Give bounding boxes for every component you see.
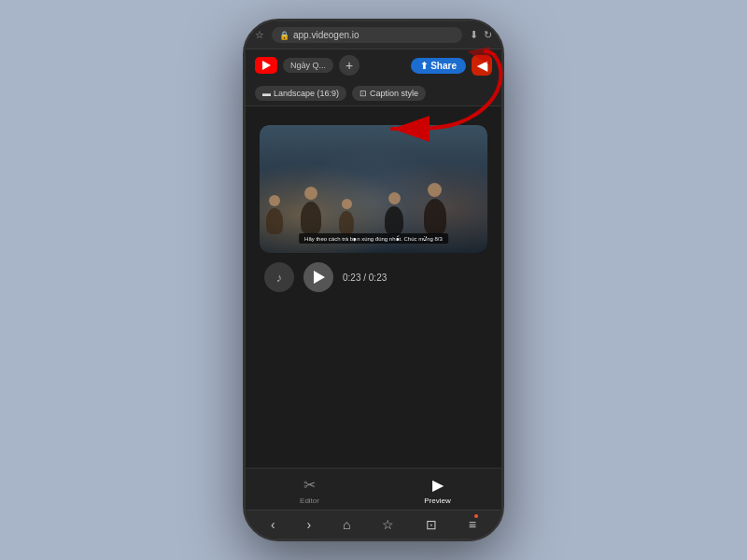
landscape-button[interactable]: ▬ Landscape (16:9) bbox=[255, 86, 346, 101]
person-3 bbox=[339, 199, 354, 234]
video-player[interactable]: Hãy theo cách trà bạn xúng đúng nhất. Ch… bbox=[260, 125, 487, 253]
videogen-logo bbox=[255, 57, 277, 74]
play-icon bbox=[314, 271, 325, 284]
tab-preview[interactable]: ▶ Preview bbox=[374, 476, 501, 505]
landscape-icon: ▬ bbox=[262, 89, 271, 98]
share-button[interactable]: ⬆ Share bbox=[411, 58, 466, 74]
browser-nav-bar: ‹ › ⌂ ☆ ⊡ ≡ bbox=[246, 510, 501, 539]
person-2 bbox=[301, 187, 321, 234]
phone-frame: ☆ 🔒 app.videogen.io ⬇ ↻ Ngày Q... + bbox=[243, 19, 504, 541]
star-icon[interactable]: ☆ bbox=[255, 29, 264, 41]
main-content: Hãy theo cách trà bạn xúng đúng nhất. Ch… bbox=[246, 106, 501, 468]
url-bar[interactable]: 🔒 app.videogen.io bbox=[272, 27, 462, 43]
play-button[interactable] bbox=[303, 262, 333, 292]
time-display: 0:23 / 0:23 bbox=[343, 273, 387, 283]
nav-home-icon[interactable]: ⌂ bbox=[343, 517, 350, 532]
caption-icon: ⊡ bbox=[359, 89, 367, 98]
share-label: Share bbox=[430, 61, 457, 71]
video-subtitle: Hãy theo cách trà bạn xúng đúng nhất. Ch… bbox=[299, 233, 448, 244]
tab-editor[interactable]: ✂ Editor bbox=[246, 476, 374, 505]
person-5 bbox=[424, 183, 446, 234]
caption-style-button[interactable]: ⊡ Caption style bbox=[352, 86, 426, 101]
nav-back-icon[interactable]: ‹ bbox=[271, 517, 275, 532]
nav-forward-icon[interactable]: › bbox=[306, 517, 311, 532]
download-icon[interactable]: ⬇ bbox=[470, 29, 478, 41]
preview-icon: ▶ bbox=[432, 476, 444, 494]
bottom-tabs: ✂ Editor ▶ Preview bbox=[246, 468, 501, 510]
person-1 bbox=[266, 195, 283, 234]
app-toolbar: Ngày Q... + ⬆ Share ◀ bbox=[246, 49, 501, 81]
add-tab-button[interactable]: + bbox=[339, 55, 359, 76]
sub-toolbar: ▬ Landscape (16:9) ⊡ Caption style bbox=[246, 81, 501, 106]
preview-label: Preview bbox=[424, 497, 450, 505]
video-controls: ♪ 0:23 / 0:23 bbox=[260, 253, 487, 301]
editor-label: Editor bbox=[300, 497, 319, 505]
nav-bookmark-icon[interactable]: ☆ bbox=[382, 517, 394, 532]
share-icon: ⬆ bbox=[420, 61, 428, 71]
editor-icon: ✂ bbox=[303, 476, 316, 494]
person-4 bbox=[385, 192, 403, 234]
nav-tabs-icon[interactable]: ⊡ bbox=[426, 517, 437, 532]
music-icon: ♪ bbox=[276, 271, 283, 285]
lock-icon: 🔒 bbox=[279, 31, 289, 40]
refresh-icon[interactable]: ↻ bbox=[484, 29, 492, 41]
nav-menu-item[interactable]: ≡ bbox=[469, 516, 476, 533]
url-text: app.videogen.io bbox=[293, 30, 359, 40]
nav-notification-dot bbox=[474, 514, 478, 518]
logo-play-icon bbox=[262, 61, 271, 70]
music-button[interactable]: ♪ bbox=[264, 262, 294, 292]
nav-menu-icon: ≡ bbox=[469, 517, 476, 532]
browser-bar: ☆ 🔒 app.videogen.io ⬇ ↻ bbox=[246, 21, 501, 49]
more-button[interactable]: ◀ bbox=[472, 55, 492, 76]
landscape-label: Landscape (16:9) bbox=[274, 89, 339, 98]
tab-label[interactable]: Ngày Q... bbox=[283, 58, 333, 73]
caption-label: Caption style bbox=[370, 89, 418, 98]
